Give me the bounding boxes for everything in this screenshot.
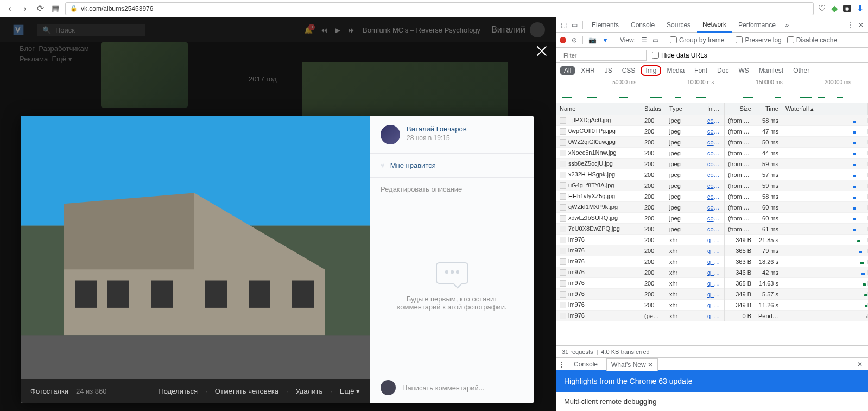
type-filter-ws[interactable]: WS: [734, 66, 753, 75]
tab-elements[interactable]: Elements: [586, 18, 624, 32]
type-filter-css[interactable]: CSS: [618, 66, 640, 75]
like-label: Мне нравится: [390, 161, 436, 169]
type-filter-js[interactable]: JS: [600, 66, 617, 75]
tag-button[interactable]: Отметить человека: [215, 387, 278, 395]
clear-button[interactable]: ⊘: [572, 36, 577, 44]
settings-icon[interactable]: ⋮: [845, 20, 855, 30]
next-track-icon[interactable]: ⏭: [348, 26, 355, 34]
table-row[interactable]: ssb8eZ5ocjU.jpg200jpegcom...(from d...59…: [556, 159, 868, 169]
share-button[interactable]: Поделиться: [159, 387, 198, 395]
notification-icon[interactable]: 🔔3: [304, 26, 313, 34]
table-row[interactable]: x232H-HSgpk.jpg200jpegcom...(from d...57…: [556, 169, 868, 180]
table-row[interactable]: 0wpCOII0TPg.jpg200jpegcom...(from d...47…: [556, 126, 868, 137]
reload-button[interactable]: ⟳: [35, 3, 46, 14]
album-name[interactable]: Фотосталки: [30, 387, 68, 395]
table-row[interactable]: im976(pend...xhrq_fr...0 BPending: [556, 311, 868, 321]
col-size[interactable]: Size: [725, 103, 755, 115]
more-button[interactable]: Ещё ▾: [340, 387, 360, 395]
user-menu[interactable]: Виталий: [491, 22, 545, 37]
type-filter-manifest[interactable]: Manifest: [755, 66, 788, 75]
col-time[interactable]: Time: [755, 103, 782, 115]
devtools-panel: ⬚ ▭ Elements Console Sources Network Per…: [556, 17, 868, 411]
ext-icon[interactable]: ◉: [843, 5, 851, 12]
drawer-tab-console[interactable]: Console: [569, 358, 602, 370]
table-row[interactable]: xdwLZIbSURQ.jpg200jpegcom...(from d...60…: [556, 213, 868, 224]
drawer-menu-icon[interactable]: ⋮: [559, 361, 565, 368]
table-row[interactable]: HHh1vIyXZ5g.jpg200jpegcom...(from d...58…: [556, 191, 868, 202]
filter-input[interactable]: [560, 50, 647, 61]
col-type[interactable]: Type: [666, 103, 704, 115]
drawer-close-icon[interactable]: ✕: [854, 361, 866, 368]
type-filter-media[interactable]: Media: [662, 66, 689, 75]
back-button[interactable]: ‹: [4, 3, 15, 14]
col-status[interactable]: Status: [641, 103, 666, 115]
vk-logo-icon[interactable]: [11, 22, 26, 37]
col-name[interactable]: Name: [556, 103, 641, 115]
type-filter-all[interactable]: All: [560, 66, 575, 75]
disable-cache-checkbox[interactable]: Disable cache: [787, 36, 837, 44]
like-button[interactable]: ♥ Мне нравится: [370, 154, 534, 178]
table-row[interactable]: im976200xhrq_fr...346 B42 ms: [556, 267, 868, 278]
col-waterfall[interactable]: Waterfall ▴: [782, 103, 868, 115]
drawer-tab-whatsnew[interactable]: What's New ✕: [606, 358, 658, 371]
tab-sources[interactable]: Sources: [661, 18, 696, 32]
prev-track-icon[interactable]: ⏮: [320, 26, 327, 34]
type-filter-img[interactable]: Img: [641, 65, 661, 76]
search-input[interactable]: 🔍 Поиск: [37, 24, 145, 36]
record-button[interactable]: [560, 37, 566, 43]
transfer-size: 4.0 KB transferred: [601, 349, 649, 355]
photo-viewer: Фотосталки 24 из 860 Поделиться · Отмети…: [21, 116, 534, 403]
author-name[interactable]: Виталий Гончаров: [407, 125, 467, 133]
table-row[interactable]: gWZkI1MXP9k.jpg200jpegcom...(from d...60…: [556, 202, 868, 213]
url-text: vk.com/albums25453976: [81, 5, 153, 12]
type-filter-doc[interactable]: Doc: [713, 66, 733, 75]
table-row[interactable]: xNoec5n1Nnw.jpg200jpegcom...(from d...44…: [556, 148, 868, 159]
device-icon[interactable]: ▭: [569, 20, 579, 30]
album-label[interactable]: 2017 год: [249, 75, 277, 83]
tab-network[interactable]: Network: [697, 17, 732, 33]
now-playing[interactable]: Bomfunk MC's – Reverse Psychology: [363, 26, 480, 34]
heart-icon[interactable]: ♡: [818, 3, 826, 14]
table-row[interactable]: im976200xhrq_fr...349 B21.85 s: [556, 235, 868, 245]
table-row[interactable]: --jIPXDgAc0.jpg200jpegcom...(from d...58…: [556, 115, 868, 126]
inspect-icon[interactable]: ⬚: [559, 20, 568, 30]
comment-field[interactable]: Написать комментарий...: [402, 384, 523, 392]
search-icon: 🔍: [42, 26, 51, 34]
timeline-overview[interactable]: 50000 ms 100000 ms 150000 ms 200000 ms: [556, 78, 868, 103]
overview-icon[interactable]: ▭: [652, 36, 658, 44]
url-bar[interactable]: 🔒 vk.com/albums25453976: [65, 2, 814, 15]
table-row[interactable]: im976200xhrq_fr...349 B11.26 s: [556, 300, 868, 311]
table-row[interactable]: im976200xhrq_fr...365 B79 ms: [556, 245, 868, 256]
col-initiator[interactable]: Initi...: [704, 103, 725, 115]
type-filter-other[interactable]: Other: [789, 66, 814, 75]
table-row[interactable]: im976200xhrq_fr...349 B5.57 s: [556, 289, 868, 300]
delete-button[interactable]: Удалить: [296, 387, 323, 395]
photo-image[interactable]: [21, 116, 370, 379]
download-icon[interactable]: ⬇: [857, 3, 864, 14]
close-button[interactable]: [535, 45, 548, 58]
large-rows-icon[interactable]: ☰: [641, 36, 647, 44]
shield-icon[interactable]: ◆: [831, 3, 838, 14]
type-filter-xhr[interactable]: XHR: [576, 66, 599, 75]
group-frame-checkbox[interactable]: Group by frame: [670, 36, 724, 44]
edit-description[interactable]: Редактировать описание: [370, 178, 534, 201]
close-devtools-icon[interactable]: ✕: [856, 20, 866, 30]
preserve-log-checkbox[interactable]: Preserve log: [736, 36, 781, 44]
capture-icon[interactable]: 📷: [588, 36, 597, 44]
play-icon[interactable]: ▶: [335, 26, 340, 34]
table-row[interactable]: 0WZ2qiGI0uw.jpg200jpegcom...(from d...50…: [556, 137, 868, 148]
tab-performance[interactable]: Performance: [733, 18, 781, 32]
table-row[interactable]: uG4g_f8TYIA.jpg200jpegcom...(from d...59…: [556, 180, 868, 191]
author-avatar[interactable]: [381, 125, 400, 144]
drawer-content: Multi-client remote debugging: [556, 392, 868, 411]
table-row[interactable]: im976200xhrq_fr...363 B18.26 s: [556, 256, 868, 267]
table-row[interactable]: im976200xhrq_fr...365 B14.63 s: [556, 278, 868, 289]
table-row[interactable]: 7cU0X8EwZPQ.jpg200jpegcom...(from d...61…: [556, 224, 868, 235]
hide-data-urls-checkbox[interactable]: Hide data URLs: [652, 52, 707, 59]
tab-console[interactable]: Console: [625, 18, 660, 32]
more-tabs-icon[interactable]: »: [782, 20, 792, 30]
type-filter-font[interactable]: Font: [690, 66, 712, 75]
apps-button[interactable]: ▦: [50, 3, 61, 14]
forward-button[interactable]: ›: [20, 3, 30, 14]
filter-icon[interactable]: ▼: [602, 36, 609, 44]
